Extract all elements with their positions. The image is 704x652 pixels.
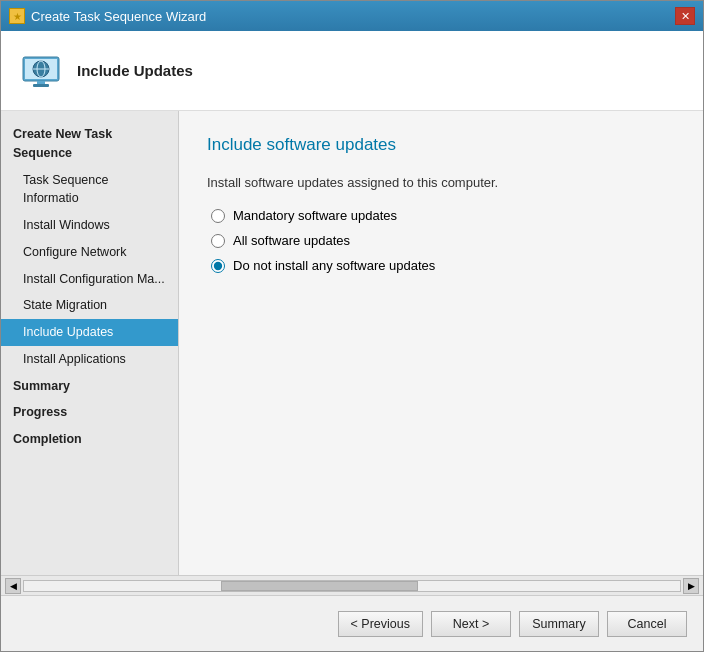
summary-button[interactable]: Summary (519, 611, 599, 637)
sidebar-item-configure-network[interactable]: Configure Network (1, 239, 178, 266)
section-title: Include software updates (207, 135, 675, 155)
scroll-thumb (221, 581, 418, 591)
sidebar-item-install-config-mgr[interactable]: Install Configuration Ma... (1, 266, 178, 293)
radio-none[interactable] (211, 259, 225, 273)
header-icon (17, 47, 65, 95)
sidebar-item-progress[interactable]: Progress (1, 399, 178, 426)
header-title: Include Updates (77, 62, 193, 79)
description-text: Install software updates assigned to thi… (207, 175, 675, 190)
radio-none-label: Do not install any software updates (233, 258, 435, 273)
radio-option-none[interactable]: Do not install any software updates (211, 258, 675, 273)
radio-option-mandatory[interactable]: Mandatory software updates (211, 208, 675, 223)
content-area: Create New Task Sequence Task Sequence I… (1, 111, 703, 575)
wizard-window: ★ Create Task Sequence Wizard ✕ Include … (0, 0, 704, 652)
scroll-left-arrow[interactable]: ◀ (5, 578, 21, 594)
scroll-track[interactable] (23, 580, 681, 592)
sidebar-item-create-new[interactable]: Create New Task Sequence (1, 121, 178, 167)
sidebar-item-summary[interactable]: Summary (1, 373, 178, 400)
close-button[interactable]: ✕ (675, 7, 695, 25)
previous-button[interactable]: < Previous (338, 611, 423, 637)
scroll-right-arrow[interactable]: ▶ (683, 578, 699, 594)
next-button[interactable]: Next > (431, 611, 511, 637)
sidebar-item-include-updates[interactable]: Include Updates (1, 319, 178, 346)
sidebar: Create New Task Sequence Task Sequence I… (1, 111, 179, 575)
title-bar-left: ★ Create Task Sequence Wizard (9, 8, 206, 24)
sidebar-item-completion[interactable]: Completion (1, 426, 178, 453)
footer: < Previous Next > Summary Cancel (1, 595, 703, 651)
radio-mandatory-label: Mandatory software updates (233, 208, 397, 223)
radio-mandatory[interactable] (211, 209, 225, 223)
sidebar-item-install-windows[interactable]: Install Windows (1, 212, 178, 239)
window-title: Create Task Sequence Wizard (31, 9, 206, 24)
sidebar-item-install-applications[interactable]: Install Applications (1, 346, 178, 373)
scrollbar-area: ◀ ▶ (1, 575, 703, 595)
radio-option-all[interactable]: All software updates (211, 233, 675, 248)
title-bar: ★ Create Task Sequence Wizard ✕ (1, 1, 703, 31)
radio-all-label: All software updates (233, 233, 350, 248)
main-content: Include software updates Install softwar… (179, 111, 703, 575)
radio-group: Mandatory software updates All software … (211, 208, 675, 273)
window-icon: ★ (9, 8, 25, 24)
radio-all[interactable] (211, 234, 225, 248)
svg-rect-6 (33, 84, 49, 87)
header-area: Include Updates (1, 31, 703, 111)
sidebar-item-state-migration[interactable]: State Migration (1, 292, 178, 319)
cancel-button[interactable]: Cancel (607, 611, 687, 637)
sidebar-item-task-seq-info[interactable]: Task Sequence Informatio (1, 167, 178, 213)
